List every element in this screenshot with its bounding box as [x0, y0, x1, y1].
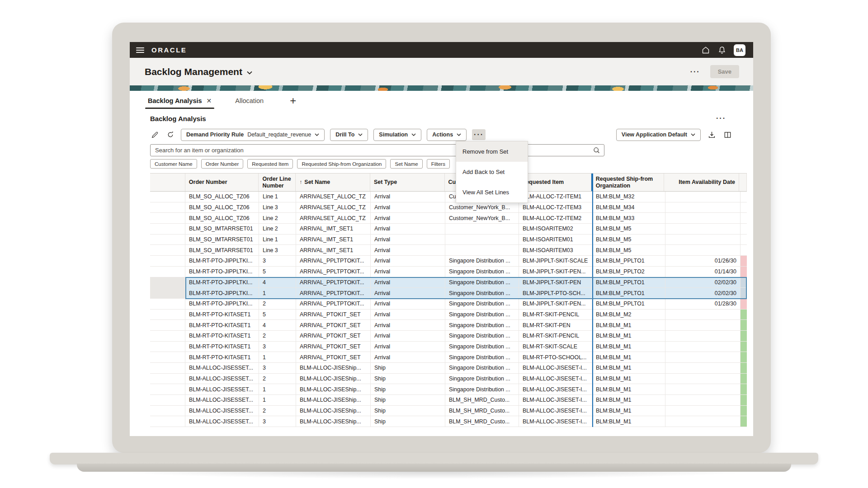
cell-order-number[interactable]: BLM-ALLOC-JISESSET... — [185, 384, 259, 394]
filter-chip-requested-item[interactable]: Requested Item — [247, 159, 293, 169]
cell-order-number[interactable]: BLM-ALLOC-JISESSET... — [185, 374, 259, 384]
cell-order-number[interactable]: BLM-RT-PTO-KITASET1 — [185, 320, 259, 330]
cell-order-line-number[interactable]: 2 — [259, 406, 296, 416]
cell-requested-item[interactable]: BLM-ISOARITEM02 — [519, 224, 592, 234]
cell-ship-from-org[interactable]: BLM:BLM_M1 — [592, 363, 665, 373]
column-header-requested-ship-from-organization[interactable]: Requested Ship-from Organization — [591, 174, 665, 191]
menu-item-remove-from-set[interactable]: Remove from Set — [456, 141, 528, 162]
cell-set-name[interactable]: BLM-ALLOC-JISEShip... — [296, 406, 371, 416]
cell-item-availability-date[interactable] — [665, 395, 741, 405]
cell-customer[interactable]: Singapore Distribution ... — [445, 299, 519, 309]
cell-ship-from-org[interactable]: BLM:BLM_M33 — [592, 213, 665, 223]
cell-set-name[interactable]: ARRIVAL_PPLTPTOKIT... — [296, 299, 371, 309]
cell-set-name[interactable]: ARRIVALSET_ALLOC_TZ — [296, 202, 371, 213]
column-header-item-availability-date[interactable]: Item Availability Date — [664, 174, 739, 191]
cell-set-name[interactable]: ARRIVALSET_ALLOC_TZ — [296, 213, 371, 223]
cell-item-availability-date[interactable] — [665, 320, 741, 330]
column-header-order-line-number[interactable]: Order Line Number — [259, 174, 296, 191]
cell-ship-from-org[interactable]: BLM:BLM_M1 — [592, 395, 665, 405]
cell-set-type[interactable]: Arrival — [371, 288, 445, 298]
download-icon[interactable] — [707, 130, 717, 140]
cell-set-name[interactable]: ARRIVAL_PPLTPTOKIT... — [296, 277, 371, 288]
cell-set-type[interactable]: Arrival — [371, 299, 445, 309]
cell-ship-from-org[interactable]: BLM:BLM_M1 — [592, 406, 665, 416]
drill-to-dropdown[interactable]: Drill To — [330, 129, 368, 141]
cell-ship-from-org[interactable]: BLM:BLM_M1 — [592, 384, 665, 394]
tab-allocation[interactable]: Allocation — [235, 91, 264, 111]
chevron-down-icon[interactable] — [247, 71, 252, 75]
cell-requested-item[interactable]: BLM-ALLOC-JISESET-I... — [519, 406, 592, 416]
section-overflow-menu-icon[interactable]: ··· — [716, 116, 726, 121]
table-row[interactable]: BLM-ALLOC-JISESSET...1BLM-ALLOC-JISEShip… — [150, 384, 747, 395]
cell-ship-from-org[interactable]: BLM:BLM_M2 — [592, 310, 665, 320]
cell-item-availability-date[interactable] — [665, 406, 741, 416]
cell-order-line-number[interactable]: 5 — [259, 267, 296, 277]
table-row[interactable]: BLM-RT-PTO-JIPPLTKI...1ARRIVAL_PPLTPTOKI… — [150, 288, 747, 299]
toolbar-overflow-button[interactable]: ··· — [472, 129, 486, 140]
cell-order-line-number[interactable]: 3 — [259, 416, 296, 427]
cell-ship-from-org[interactable]: BLM:BLM_PPLTO2 — [592, 267, 665, 277]
cell-ship-from-org[interactable]: BLM:BLM_PPLTO1 — [592, 277, 665, 288]
cell-order-number[interactable]: BLM_SO_IMTARRSET01 — [185, 235, 259, 245]
cell-ship-from-org[interactable]: BLM:BLM_PPLTO1 — [592, 256, 665, 266]
cell-requested-item[interactable]: BLM-ALLOC-TZ-ITEM2 — [519, 213, 592, 223]
table-row[interactable]: BLM-RT-PTO-KITASET12ARRIVAL_PTOKIT_SETAr… — [150, 331, 747, 342]
cell-order-number[interactable]: BLM-ALLOC-JISESSET... — [185, 395, 259, 405]
cell-set-name[interactable]: ARRIVAL_PTOKIT_SET — [296, 310, 371, 320]
cell-customer[interactable]: Singapore Distribution ... — [445, 352, 519, 362]
cell-customer[interactable]: BLM_SH_MRD_Custo... — [445, 406, 519, 416]
cell-order-line-number[interactable]: 3 — [259, 256, 296, 266]
cell-set-type[interactable]: Ship — [371, 395, 445, 405]
cell-order-number[interactable]: BLM_SO_ALLOC_TZ06 — [185, 192, 259, 202]
cell-customer[interactable]: Singapore Distribution ... — [445, 374, 519, 384]
cell-order-line-number[interactable]: 1 — [259, 288, 296, 298]
cell-order-line-number[interactable]: 3 — [259, 342, 296, 352]
cell-order-line-number[interactable]: 4 — [259, 277, 296, 288]
cell-order-number[interactable]: BLM-ALLOC-JISESSET... — [185, 406, 259, 416]
cell-set-name[interactable]: BLM-ALLOC-JISEShip... — [296, 384, 371, 394]
cell-ship-from-org[interactable]: BLM:BLM_M5 — [592, 224, 665, 234]
table-row[interactable]: BLM-RT-PTO-JIPPLTKI...5ARRIVAL_PPLTPTOKI… — [150, 267, 747, 277]
cell-requested-item[interactable]: BLM-ALLOC-JISESET-I... — [519, 374, 592, 384]
cell-item-availability-date[interactable] — [665, 374, 741, 384]
table-row[interactable]: BLM-RT-PTO-KITASET13ARRIVAL_PTOKIT_SETAr… — [150, 342, 747, 352]
cell-set-name[interactable]: ARRIVAL_IMT_SET1 — [296, 245, 371, 255]
table-row[interactable]: BLM_SO_ALLOC_TZ06Line 1ARRIVALSET_ALLOC_… — [150, 192, 747, 202]
cell-item-availability-date[interactable] — [665, 192, 741, 202]
table-row[interactable]: BLM-ALLOC-JISESSET...2BLM-ALLOC-JISEShip… — [150, 374, 747, 385]
cell-item-availability-date[interactable] — [665, 235, 741, 245]
close-tab-icon[interactable]: ✕ — [207, 97, 212, 104]
cell-set-name[interactable]: ARRIVAL_IMT_SET1 — [296, 235, 371, 245]
cell-set-type[interactable]: Ship — [371, 384, 445, 394]
cell-customer[interactable]: Customer_NewYork_B... — [445, 202, 519, 213]
cell-set-type[interactable]: Arrival — [371, 256, 445, 266]
cell-order-number[interactable]: BLM-RT-PTO-JIPPLTKI... — [185, 277, 259, 288]
cell-set-type[interactable]: Ship — [371, 416, 445, 427]
manage-columns-icon[interactable] — [722, 130, 732, 140]
cell-ship-from-org[interactable]: BLM:BLM_M32 — [592, 192, 665, 202]
refresh-icon[interactable] — [165, 130, 175, 140]
cell-ship-from-org[interactable]: BLM:BLM_M1 — [592, 416, 665, 427]
cell-order-line-number[interactable]: Line 3 — [259, 202, 296, 213]
table-row[interactable]: BLM-ALLOC-JISESSET...3BLM-ALLOC-JISEShip… — [150, 416, 747, 427]
cell-set-name[interactable]: ARRIVAL_PPLTPTOKIT... — [296, 267, 371, 277]
cell-item-availability-date[interactable] — [665, 342, 741, 352]
cell-set-type[interactable]: Arrival — [371, 235, 445, 245]
table-row[interactable]: BLM_SO_ALLOC_TZ06Line 3ARRIVALSET_ALLOC_… — [150, 202, 747, 213]
cell-item-availability-date[interactable] — [665, 363, 741, 373]
cell-order-number[interactable]: BLM-RT-PTO-KITASET1 — [185, 310, 259, 320]
column-header-set-type[interactable]: Set Type — [370, 174, 445, 191]
cell-requested-item[interactable]: BLM-RT-SKIT-PEN — [519, 320, 592, 330]
edit-pencil-icon[interactable] — [150, 130, 160, 140]
cell-set-name[interactable]: BLM-ALLOC-JISEShip... — [296, 374, 371, 384]
home-icon[interactable] — [701, 46, 710, 55]
cell-ship-from-org[interactable]: BLM:BLM_PPLTO1 — [592, 299, 665, 309]
cell-order-number[interactable]: BLM-ALLOC-JISESSET... — [185, 363, 259, 373]
cell-requested-item[interactable]: BLM-RT-SKIT-SCALE — [519, 342, 592, 352]
menu-item-view-all-set-lines[interactable]: View All Set Lines — [456, 182, 528, 202]
cell-requested-item[interactable]: BLM-ISOARITEM01 — [519, 235, 592, 245]
table-row[interactable]: BLM-RT-PTO-JIPPLTKI...2ARRIVAL_PPLTPTOKI… — [150, 299, 747, 310]
cell-item-availability-date[interactable] — [665, 224, 741, 234]
cell-requested-item[interactable]: BLM-ALLOC-TZ-ITEM3 — [519, 202, 592, 213]
cell-ship-from-org[interactable]: BLM:BLM_M1 — [592, 331, 665, 341]
